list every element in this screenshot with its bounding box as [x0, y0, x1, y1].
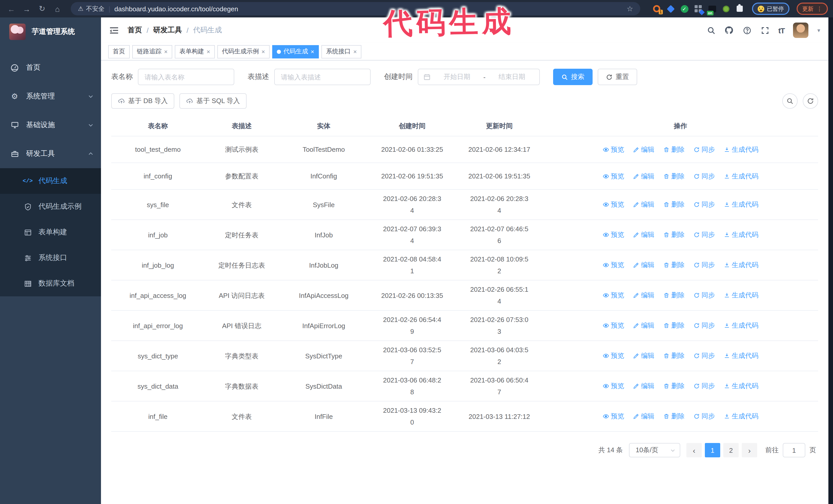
op-preview-link[interactable]: 预览 — [602, 321, 624, 330]
op-preview-link[interactable]: 预览 — [602, 171, 624, 181]
close-icon[interactable]: × — [353, 48, 357, 55]
close-icon[interactable]: × — [207, 48, 210, 55]
op-edit-link[interactable]: 编辑 — [633, 381, 654, 391]
import-sql-button[interactable]: 基于 SQL 导入 — [180, 93, 247, 109]
op-sync-link[interactable]: 同步 — [693, 145, 715, 154]
sidebar-item-devtools[interactable]: 研发工具 — [0, 140, 101, 168]
browser-home-icon[interactable]: ⌂ — [51, 3, 64, 15]
extension-gem-icon[interactable] — [666, 5, 674, 13]
extension-orange-icon[interactable]: 1 — [652, 5, 661, 13]
browser-reload-icon[interactable]: ↻ — [36, 3, 48, 15]
close-icon[interactable]: × — [164, 48, 168, 55]
op-delete-link[interactable]: 删除 — [663, 171, 685, 181]
scrollbar-track[interactable] — [828, 18, 833, 504]
next-page-button[interactable]: › — [742, 443, 757, 457]
browser-update-button[interactable]: 更新 ⋮ — [796, 3, 828, 15]
op-generate-code-link[interactable]: 生成代码 — [723, 171, 758, 181]
sidebar-item-form-builder[interactable]: 表单构建 — [0, 219, 101, 245]
sidebar-item-system-api[interactable]: 系统接口 — [0, 245, 101, 271]
tab-codegen[interactable]: 代码生成× — [272, 45, 319, 58]
date-range-picker[interactable]: 开始日期 - 结束日期 — [418, 69, 540, 85]
op-sync-link[interactable]: 同步 — [693, 171, 715, 181]
op-edit-link[interactable]: 编辑 — [633, 291, 654, 300]
tab-home[interactable]: 首页 — [108, 45, 130, 58]
op-preview-link[interactable]: 预览 — [602, 230, 624, 239]
breadcrumb-home[interactable]: 首页 — [128, 26, 142, 35]
op-sync-link[interactable]: 同步 — [693, 291, 715, 300]
github-icon[interactable] — [724, 26, 734, 35]
hamburger-icon[interactable] — [109, 25, 119, 35]
reset-button[interactable]: 重置 — [598, 69, 637, 85]
op-delete-link[interactable]: 删除 — [663, 261, 685, 270]
op-preview-link[interactable]: 预览 — [602, 381, 624, 391]
op-delete-link[interactable]: 删除 — [663, 230, 685, 239]
op-generate-code-link[interactable]: 生成代码 — [723, 261, 758, 270]
extension-green-icon[interactable] — [722, 5, 730, 13]
table-desc-input[interactable] — [274, 69, 371, 85]
fullscreen-icon[interactable] — [760, 26, 770, 35]
op-delete-link[interactable]: 删除 — [663, 200, 685, 209]
avatar[interactable] — [793, 23, 809, 38]
search-button[interactable]: 搜索 — [553, 69, 593, 85]
op-sync-link[interactable]: 同步 — [693, 381, 715, 391]
op-generate-code-link[interactable]: 生成代码 — [723, 412, 758, 421]
op-delete-link[interactable]: 删除 — [663, 351, 685, 360]
page-button-2[interactable]: 2 — [723, 443, 739, 457]
extensions-puzzle-icon[interactable] — [736, 5, 744, 13]
tab-codegen-example[interactable]: 代码生成示例× — [217, 45, 270, 58]
op-sync-link[interactable]: 同步 — [693, 412, 715, 421]
close-icon[interactable]: × — [311, 48, 314, 55]
sidebar-item-codegen-example[interactable]: 代码生成示例 — [0, 194, 101, 219]
op-generate-code-link[interactable]: 生成代码 — [723, 381, 758, 391]
op-delete-link[interactable]: 删除 — [663, 291, 685, 300]
op-generate-code-link[interactable]: 生成代码 — [723, 145, 758, 154]
search-icon[interactable] — [707, 26, 716, 35]
op-sync-link[interactable]: 同步 — [693, 261, 715, 270]
goto-page-input[interactable] — [783, 443, 805, 457]
security-warning[interactable]: ⚠不安全 — [78, 4, 104, 13]
help-icon[interactable] — [742, 26, 752, 35]
table-name-input[interactable] — [138, 69, 234, 85]
op-sync-link[interactable]: 同步 — [693, 230, 715, 239]
op-generate-code-link[interactable]: 生成代码 — [723, 351, 758, 360]
op-sync-link[interactable]: 同步 — [693, 321, 715, 330]
page-button-1[interactable]: 1 — [705, 443, 720, 457]
op-edit-link[interactable]: 编辑 — [633, 145, 654, 154]
tab-system-api[interactable]: 系统接口× — [322, 45, 361, 58]
op-generate-code-link[interactable]: 生成代码 — [723, 200, 758, 209]
avatar-caret-icon[interactable]: ▾ — [817, 27, 820, 33]
sidebar-logo[interactable]: 芋道管理系统 — [0, 18, 101, 46]
op-preview-link[interactable]: 预览 — [602, 291, 624, 300]
op-edit-link[interactable]: 编辑 — [633, 321, 654, 330]
bookmark-star-icon[interactable]: ☆ — [627, 5, 633, 13]
op-edit-link[interactable]: 编辑 — [633, 261, 654, 270]
toggle-search-button[interactable] — [782, 93, 798, 109]
prev-page-button[interactable]: ‹ — [686, 443, 702, 457]
tab-trace[interactable]: 链路追踪× — [132, 45, 172, 58]
sidebar-item-home[interactable]: 首页 — [0, 53, 101, 82]
op-delete-link[interactable]: 删除 — [663, 381, 685, 391]
sidebar-item-system[interactable]: ⚙ 系统管理 — [0, 82, 101, 111]
op-preview-link[interactable]: 预览 — [602, 200, 624, 209]
extension-check-icon[interactable]: ✓ — [680, 5, 688, 13]
op-edit-link[interactable]: 编辑 — [633, 351, 654, 360]
sidebar-item-db-doc[interactable]: 数据库文档 — [0, 271, 101, 296]
tab-form-builder[interactable]: 表单构建× — [175, 45, 215, 58]
op-generate-code-link[interactable]: 生成代码 — [723, 321, 758, 330]
extension-dark-icon[interactable]: on — [708, 5, 716, 13]
refresh-table-button[interactable] — [803, 93, 818, 109]
sidebar-item-infra[interactable]: 基础设施 — [0, 111, 101, 140]
op-generate-code-link[interactable]: 生成代码 — [723, 230, 758, 239]
op-generate-code-link[interactable]: 生成代码 — [723, 291, 758, 300]
browser-menu-dots-icon[interactable]: ⋮ — [816, 5, 822, 12]
font-size-icon[interactable]: tT — [779, 26, 785, 34]
op-delete-link[interactable]: 删除 — [663, 145, 685, 154]
close-icon[interactable]: × — [261, 48, 265, 55]
extension-grid-icon[interactable] — [694, 5, 702, 13]
address-bar[interactable]: ⚠不安全 | dashboard.yudao.iocoder.cn/tool/c… — [71, 2, 640, 16]
sidebar-item-codegen[interactable]: </> 代码生成 — [0, 168, 101, 194]
op-delete-link[interactable]: 删除 — [663, 412, 685, 421]
page-size-select[interactable]: 10条/页 — [629, 443, 680, 457]
browser-forward-icon[interactable]: → — [21, 3, 33, 15]
op-preview-link[interactable]: 预览 — [602, 351, 624, 360]
